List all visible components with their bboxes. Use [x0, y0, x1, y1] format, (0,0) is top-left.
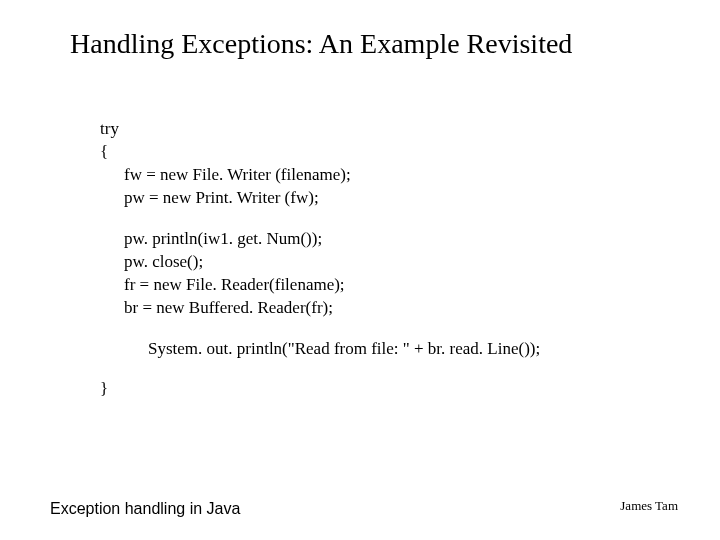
- code-line: }: [100, 378, 540, 401]
- footer-left: Exception handling in Java: [50, 500, 240, 518]
- code-line: pw. close();: [100, 251, 540, 274]
- blank-line: [100, 360, 540, 378]
- footer-right: James Tam: [620, 498, 678, 514]
- code-line: fr = new File. Reader(filename);: [100, 274, 540, 297]
- code-line: fw = new File. Writer (filename);: [100, 164, 540, 187]
- code-block: try { fw = new File. Writer (filename); …: [100, 118, 540, 401]
- slide: Handling Exceptions: An Example Revisite…: [0, 0, 720, 540]
- code-line: try: [100, 118, 540, 141]
- code-line: pw = new Print. Writer (fw);: [100, 187, 540, 210]
- code-line: pw. println(iw1. get. Num());: [100, 228, 540, 251]
- code-line: System. out. println("Read from file: " …: [100, 338, 540, 361]
- slide-title: Handling Exceptions: An Example Revisite…: [0, 0, 720, 60]
- blank-line: [100, 320, 540, 338]
- blank-line: [100, 210, 540, 228]
- code-line: {: [100, 141, 540, 164]
- code-line: br = new Buffered. Reader(fr);: [100, 297, 540, 320]
